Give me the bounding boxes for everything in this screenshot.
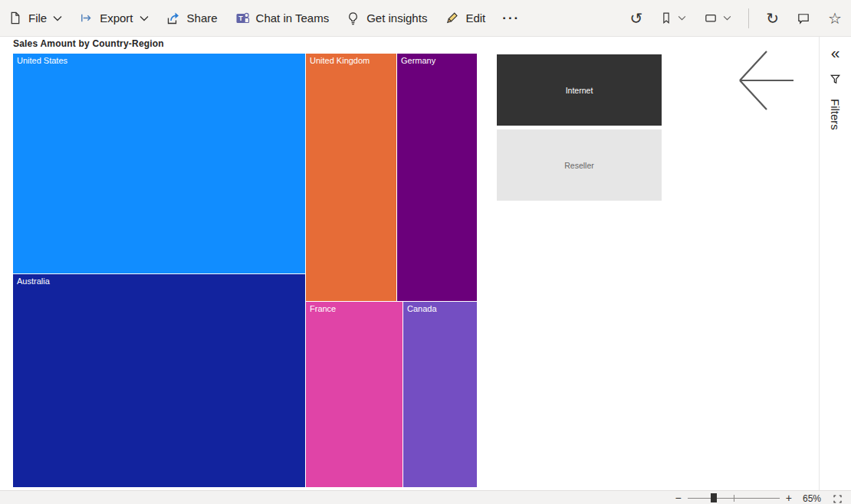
zoom-slider-handle[interactable] — [711, 493, 717, 502]
tile-label: Australia — [13, 274, 305, 286]
refresh-icon: ↻ — [766, 11, 779, 26]
reset-to-default-button[interactable]: ↺ — [630, 11, 643, 26]
chevron-down-icon — [53, 15, 62, 21]
edit-button-label: Edit — [465, 11, 485, 25]
report-canvas: Sales Amount by Country-Region United St… — [0, 37, 851, 490]
zoom-slider-midpoint-tick — [734, 495, 734, 502]
favorite-button[interactable]: ☆ — [828, 11, 842, 26]
zoom-controls: − + — [675, 493, 792, 502]
comments-button[interactable] — [796, 11, 811, 25]
treemap-tile-canada[interactable]: Canada — [403, 302, 477, 487]
left-arrow-shape — [732, 42, 801, 119]
filters-pane-label[interactable]: Filters — [829, 99, 842, 130]
tile-label: United States — [13, 54, 305, 65]
chat-in-teams-button[interactable]: T Chat in Teams — [235, 11, 330, 26]
tile-label: Canada — [403, 302, 477, 313]
status-bar: − + 65% — [0, 490, 851, 504]
treemap-tile-germany[interactable]: Germany — [397, 54, 477, 301]
pencil-icon — [444, 11, 459, 26]
slicer-option-internet[interactable]: Internet — [497, 54, 662, 126]
chevron-down-icon — [678, 15, 686, 21]
edit-button[interactable]: Edit — [444, 11, 485, 26]
lightbulb-icon — [346, 11, 360, 26]
chevron-down-icon — [140, 15, 149, 21]
comment-icon — [796, 11, 811, 25]
slicer-option-reseller[interactable]: Reseller — [497, 129, 662, 201]
favorite-star-icon: ☆ — [828, 11, 842, 26]
file-menu-button[interactable]: File — [8, 11, 62, 25]
tile-label: Germany — [397, 54, 477, 65]
share-button[interactable]: Share — [166, 11, 218, 26]
export-menu-button[interactable]: Export — [79, 11, 148, 25]
get-insights-button[interactable]: Get insights — [346, 11, 427, 26]
filters-pane-collapsed: « Filters — [819, 37, 851, 490]
refresh-button[interactable]: ↻ — [766, 11, 779, 26]
filter-funnel-icon[interactable] — [828, 72, 843, 90]
channel-slicer: Internet Reseller — [497, 54, 662, 201]
file-menu-label: File — [28, 11, 47, 25]
toolbar-right-group: ↺ ↻ ☆ — [613, 8, 842, 28]
export-menu-label: Export — [100, 11, 133, 25]
toolbar-divider — [748, 8, 749, 28]
reset-icon: ↺ — [630, 11, 643, 26]
file-icon — [8, 11, 22, 25]
share-button-label: Share — [187, 11, 218, 25]
bookmarks-button[interactable] — [659, 11, 686, 25]
slicer-option-label: Reseller — [564, 161, 594, 170]
expand-filters-pane-icon[interactable]: « — [831, 44, 840, 61]
teams-icon: T — [235, 11, 250, 26]
share-icon — [166, 11, 181, 26]
more-options-icon: ··· — [502, 11, 520, 26]
zoom-slider[interactable] — [688, 493, 780, 502]
view-icon — [703, 11, 718, 25]
bookmark-icon — [659, 11, 673, 25]
export-icon — [79, 11, 94, 25]
zoom-out-button[interactable]: − — [675, 493, 682, 502]
treemap-visual: United States Australia United Kingdom G… — [13, 54, 477, 487]
treemap-tile-united-kingdom[interactable]: United Kingdom — [306, 54, 396, 301]
zoom-in-button[interactable]: + — [786, 493, 792, 502]
treemap-title: Sales Amount by Country-Region — [13, 38, 164, 49]
treemap-tile-australia[interactable]: Australia — [13, 274, 305, 487]
get-insights-label: Get insights — [366, 11, 427, 25]
chevron-down-icon — [723, 15, 731, 21]
svg-text:T: T — [238, 15, 243, 22]
zoom-level-value: 65% — [803, 493, 821, 504]
slicer-option-label: Internet — [566, 86, 593, 95]
top-toolbar: File Export Share T Chat in Teams Get in… — [0, 0, 851, 37]
more-options-button[interactable]: ··· — [502, 11, 520, 26]
tile-label: France — [306, 302, 402, 313]
chat-in-teams-label: Chat in Teams — [256, 11, 330, 25]
view-button[interactable] — [703, 11, 731, 25]
treemap-tile-france[interactable]: France — [306, 302, 402, 487]
treemap-tile-united-states[interactable]: United States — [13, 54, 305, 273]
tile-label: United Kingdom — [306, 54, 396, 65]
fit-to-page-icon[interactable] — [832, 493, 843, 504]
